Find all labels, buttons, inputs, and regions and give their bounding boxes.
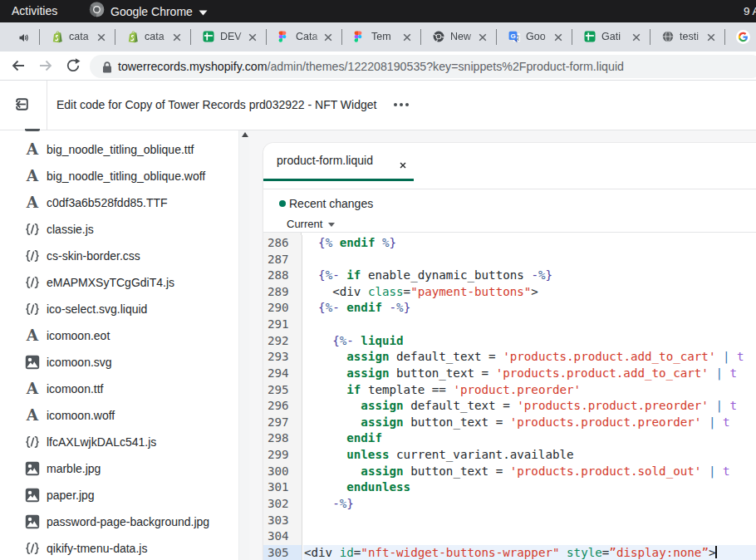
code-line[interactable]: 289 <div class="payment-buttons"> [263, 284, 756, 301]
code-line[interactable]: 301 endunless [263, 479, 756, 496]
code-line[interactable]: 298 endif [263, 430, 756, 447]
browser-tab[interactable]: Tem [341, 22, 420, 52]
browser-tab-title: cata [69, 31, 97, 44]
app-menu[interactable]: Google Chrome [89, 0, 208, 22]
file-list-item[interactable]: Aicomoon.eot [0, 322, 238, 349]
code-token: - [346, 334, 354, 347]
version-dropdown[interactable]: Current [287, 218, 322, 230]
tab-separator [190, 29, 191, 45]
code-token: % [326, 236, 333, 249]
browser-tab[interactable]: testi [650, 22, 724, 52]
close-icon[interactable] [477, 32, 488, 43]
line-number: 290 [263, 300, 302, 317]
activities-button[interactable]: Activities [12, 0, 57, 22]
forward-button[interactable] [37, 57, 54, 74]
file-list-item[interactable]: lfcAXLwjkDALc541.js [0, 429, 238, 455]
code-token [304, 399, 361, 412]
exit-code-editor-icon[interactable] [15, 97, 32, 114]
close-icon[interactable] [247, 32, 258, 43]
file-list-item[interactable]: marble.jpg [0, 455, 238, 482]
code-token: { [318, 301, 326, 314]
code-line[interactable]: 303 [263, 513, 756, 529]
clock[interactable]: 9 A [744, 0, 756, 22]
image-file-icon [25, 514, 40, 529]
svg-text:G: G [510, 32, 515, 40]
code-line[interactable]: 287 [263, 252, 756, 268]
more-actions-button[interactable] [391, 96, 411, 113]
code-line[interactable]: 286 {% endif %} [263, 235, 756, 252]
file-list-item[interactable]: qikify-tmenu-data.js [0, 535, 238, 560]
file-name: password-page-background.jpg [47, 515, 209, 528]
browser-tab[interactable]: cata [39, 22, 115, 52]
code-line[interactable]: 302 -%} [263, 496, 756, 513]
code-file-icon [25, 541, 40, 556]
browser-tab[interactable]: Gati [572, 22, 650, 52]
reload-button[interactable] [65, 57, 81, 74]
code-line[interactable]: 291 [263, 317, 756, 333]
code-token [332, 236, 340, 249]
file-list-item[interactable]: Aicomoon.woff [0, 402, 238, 429]
code-line[interactable]: 304 [263, 528, 756, 545]
code-line[interactable]: 294 assign button_text = 'products.produ… [263, 366, 756, 382]
close-icon[interactable] [96, 32, 107, 43]
close-icon[interactable] [401, 32, 413, 43]
code-token [340, 301, 347, 314]
browser-tab[interactable]: cata [115, 22, 190, 52]
close-icon[interactable] [552, 32, 564, 43]
code-line[interactable]: 288 {%- if enable_dynamic_buttons -%} [263, 268, 756, 284]
code-line[interactable]: 305<div id="nft-widget-buttons-wrapper" … [263, 545, 756, 560]
file-list-item[interactable]: Abig_noodle_titling_oblique.ttf [0, 136, 238, 163]
browser-tab-partial[interactable] [724, 22, 756, 52]
back-button[interactable] [10, 57, 27, 74]
scroll-up-arrow[interactable] [242, 132, 248, 137]
code-line[interactable]: 297 assign button_text = 'products.produ… [263, 415, 756, 431]
address-bar[interactable]: towerrecords.myshopify.com/admin/themes/… [90, 55, 756, 78]
sheets-favicon [584, 31, 596, 42]
divider [47, 81, 47, 130]
file-list-item[interactable]: classie.js [0, 216, 238, 243]
close-icon[interactable] [631, 32, 642, 43]
browser-tab[interactable]: Cata [266, 22, 341, 52]
lock-icon[interactable] [102, 61, 112, 72]
editor-file-tab[interactable]: product-form.liquid [263, 143, 412, 181]
tab-separator [341, 29, 342, 45]
code-token: 'products.product.preorder' [510, 415, 702, 429]
line-number: 303 [263, 513, 302, 529]
file-name: eMAPMXSyTCgGdiT4.js [47, 276, 174, 289]
code-token: - [531, 268, 538, 282]
browser-tab[interactable]: DEV [190, 22, 266, 52]
tab-audio-icon[interactable] [19, 31, 29, 46]
code-line[interactable]: 296 assign default_text = 'products.prod… [263, 398, 756, 415]
close-icon[interactable] [171, 32, 183, 43]
file-list-item[interactable]: paper.jpg [0, 482, 238, 508]
chevron-down-icon[interactable] [328, 223, 335, 227]
file-list-item[interactable]: password-page-background.jpg [0, 508, 238, 535]
code-token: % [326, 268, 333, 282]
close-icon[interactable] [322, 32, 334, 43]
code-line[interactable]: 290 {%- endif -%} [263, 300, 756, 317]
code-line[interactable]: 299 unless current_variant.available [263, 447, 756, 464]
code-token: endunless [346, 480, 410, 494]
code-editor[interactable]: 286 {% endif %}287288 {%- if enable_dyna… [263, 233, 756, 560]
file-list-item[interactable]: Abig_noodle_titling_oblique.woff [0, 163, 238, 189]
browser-toolbar: towerrecords.myshopify.com/admin/themes/… [0, 52, 756, 81]
close-icon[interactable] [399, 158, 407, 166]
file-list-item[interactable]: ico-select.svg.liquid [0, 296, 238, 322]
code-line[interactable]: 292 {%- liquid [263, 333, 756, 350]
sidebar-scrollbar[interactable] [238, 130, 249, 560]
file-list-item[interactable]: Aicomoon.ttf [0, 376, 238, 402]
file-list-item[interactable]: cs-skin-border.css [0, 243, 238, 269]
code-line[interactable]: 293 assign default_text = 'products.prod… [263, 349, 756, 366]
code-token: assign [346, 350, 389, 363]
file-list-item[interactable]: eMAPMXSyTCgGdiT4.js [0, 269, 238, 296]
browser-tab[interactable]: GGoo [496, 22, 572, 52]
file-list-item[interactable]: Ac0df3a6b528fdd85.TTF [0, 189, 238, 216]
file-list-item[interactable]: icomoon.svg [0, 349, 238, 376]
code-token: button_text = [404, 464, 510, 478]
url-path: /admin/themes/122208190535?key=snippets%… [268, 60, 624, 73]
code-line[interactable]: 295 if template == 'product.preorder' [263, 382, 756, 399]
code-line[interactable]: 300 assign button_text = 'products.produ… [263, 464, 756, 480]
browser-tab[interactable]: New [420, 22, 496, 52]
shopify-favicon [127, 31, 139, 42]
close-icon[interactable] [705, 32, 717, 43]
